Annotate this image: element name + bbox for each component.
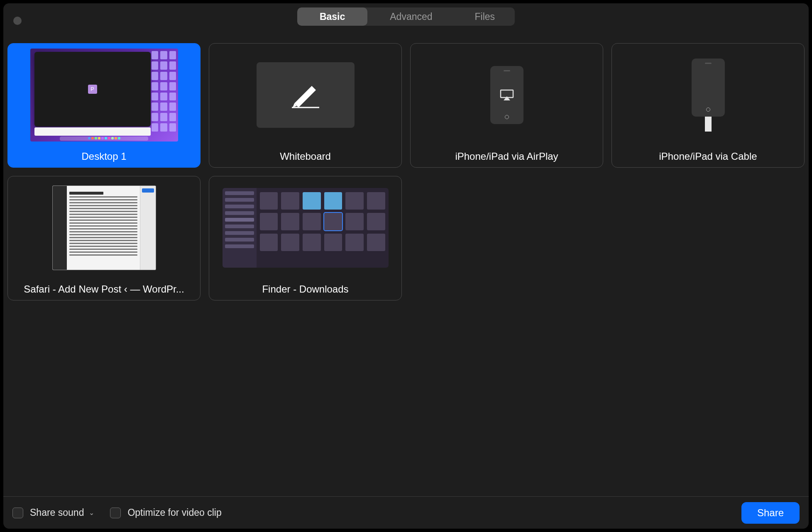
share-button[interactable]: Share [741,502,800,524]
option-whiteboard[interactable]: Whiteboard [209,43,402,168]
option-cable[interactable]: iPhone/iPad via Cable [611,43,805,168]
tab-advanced[interactable]: Advanced [367,7,455,26]
tab-files[interactable]: Files [455,7,515,26]
optimize-video-checkbox[interactable]: Optimize for video clip [110,507,221,518]
option-label: Safari - Add New Post ‹ — WordPr... [20,283,188,295]
checkbox-box [12,508,23,518]
option-label: Desktop 1 [77,151,130,162]
mode-segmented-control: Basic Advanced Files [297,7,515,26]
share-sound-checkbox[interactable]: Share sound ⌄ [12,507,94,518]
share-options-grid: P [3,30,809,496]
option-label: iPhone/iPad via AirPlay [451,151,562,162]
share-sound-label: Share sound [30,507,84,518]
checkbox-box [110,508,121,518]
chevron-down-icon[interactable]: ⌄ [89,509,94,517]
option-label: Whiteboard [276,151,335,162]
titlebar: Basic Advanced Files [3,3,809,30]
tab-basic[interactable]: Basic [297,7,367,26]
pen-icon [289,82,322,108]
share-screen-dialog: Basic Advanced Files P [3,3,809,529]
option-finder-window[interactable]: Finder - Downloads [209,176,402,300]
option-label: iPhone/iPad via Cable [655,151,761,162]
option-airplay[interactable]: iPhone/iPad via AirPlay [410,43,603,168]
airplay-thumbnail [411,44,603,146]
dialog-footer: Share sound ⌄ Optimize for video clip Sh… [3,496,809,529]
option-label: Finder - Downloads [258,283,352,295]
finder-thumbnail [209,176,401,279]
desktop-1-thumbnail: P [8,44,200,146]
cable-icon [705,115,712,132]
whiteboard-thumbnail [209,44,401,146]
window-close-dot[interactable] [13,17,22,25]
safari-thumbnail [8,176,200,279]
optimize-label: Optimize for video clip [127,507,221,518]
option-safari-window[interactable]: Safari - Add New Post ‹ — WordPr... [7,176,201,300]
airplay-icon [499,89,514,101]
option-desktop-1[interactable]: P [7,43,201,168]
cable-thumbnail [612,44,804,146]
